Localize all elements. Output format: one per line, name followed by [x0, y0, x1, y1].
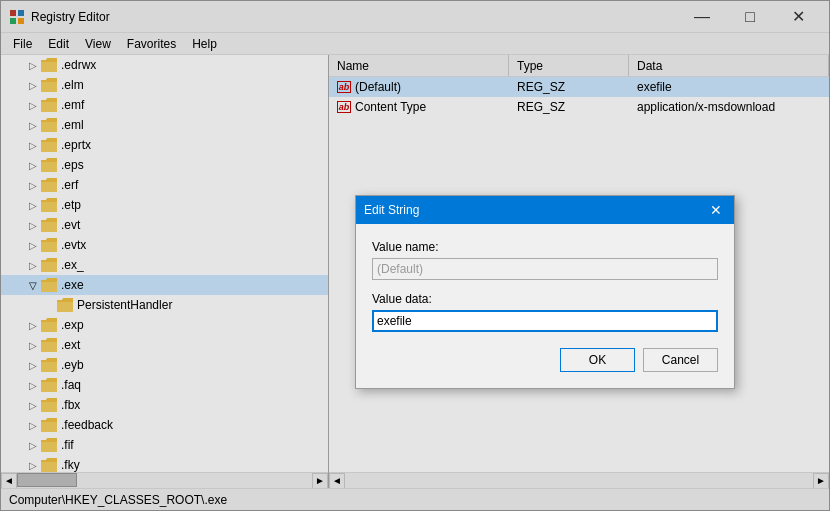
cancel-button[interactable]: Cancel — [643, 348, 718, 372]
value-data-input[interactable] — [372, 310, 718, 332]
value-data-label: Value data: — [372, 292, 718, 306]
edit-string-dialog: Edit String ✕ Value name: Value data: OK… — [355, 195, 735, 389]
modal-close-button[interactable]: ✕ — [706, 200, 726, 220]
modal-title: Edit String — [364, 203, 419, 217]
ok-button[interactable]: OK — [560, 348, 635, 372]
modal-buttons: OK Cancel — [372, 344, 718, 372]
modal-overlay: Edit String ✕ Value name: Value data: OK… — [0, 0, 830, 511]
modal-body: Value name: Value data: OK Cancel — [356, 224, 734, 388]
value-name-input[interactable] — [372, 258, 718, 280]
value-name-label: Value name: — [372, 240, 718, 254]
modal-title-bar: Edit String ✕ — [356, 196, 734, 224]
